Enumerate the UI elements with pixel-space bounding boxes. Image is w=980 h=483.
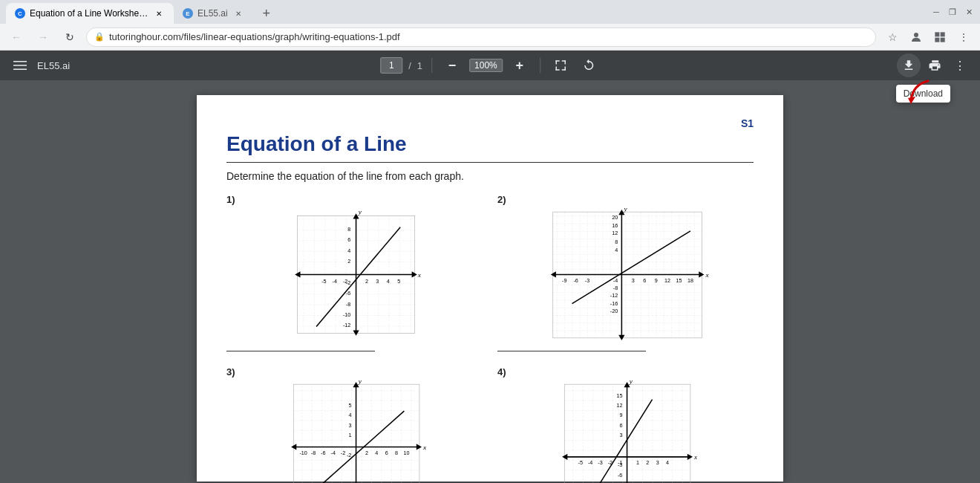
svg-text:-2: -2 <box>347 452 351 458</box>
page-s1-label: S1 <box>226 117 754 129</box>
svg-text:y: y <box>629 380 633 385</box>
svg-text:3: 3 <box>632 277 635 284</box>
graph-item-4: 4) y <box>497 366 754 483</box>
toolbar-center-controls: / 1 − 100% + <box>380 54 600 77</box>
svg-text:-8: -8 <box>311 450 316 456</box>
tab1-close-button[interactable]: ✕ <box>153 7 165 19</box>
svg-text:3: 3 <box>656 459 659 466</box>
page-number-input[interactable] <box>380 57 402 74</box>
zoom-in-button[interactable]: + <box>509 54 531 77</box>
svg-text:8: 8 <box>395 450 398 456</box>
svg-rect-1 <box>935 32 939 36</box>
maximize-button[interactable]: ❐ <box>947 7 958 17</box>
svg-text:-4: -4 <box>333 278 337 285</box>
more-options-button[interactable]: ⋮ <box>949 54 971 77</box>
download-button[interactable] <box>897 54 921 77</box>
page-total: 1 <box>417 60 422 71</box>
close-window-button[interactable]: ✕ <box>964 7 974 17</box>
svg-text:4: 4 <box>615 247 618 253</box>
svg-point-0 <box>914 33 918 37</box>
svg-text:x: x <box>417 271 422 279</box>
print-button[interactable] <box>924 54 946 77</box>
profile-button[interactable] <box>906 27 927 48</box>
svg-text:-16: -16 <box>610 300 618 307</box>
svg-text:10: 10 <box>403 450 409 456</box>
graph-svg-2: y x 20 16 12 8 4 -4 -8 -12 -16 -20 -9 -6 <box>497 208 754 342</box>
svg-text:2: 2 <box>365 450 368 456</box>
svg-text:6: 6 <box>347 236 350 243</box>
address-bar: ← → ↻ 🔒 tutoringhour.com/files/linear-eq… <box>0 24 980 51</box>
svg-text:-12: -12 <box>610 292 618 299</box>
answer-line-1 <box>226 351 375 351</box>
graph-label-1: 1) <box>226 194 483 205</box>
bookmark-button[interactable]: ☆ <box>882 27 903 48</box>
svg-marker-16 <box>908 97 915 104</box>
tab1-favicon: C <box>15 8 25 19</box>
zoom-out-button[interactable]: − <box>441 54 463 77</box>
svg-text:x: x <box>693 453 698 461</box>
svg-text:-8: -8 <box>613 285 618 291</box>
extensions-button[interactable] <box>930 27 950 48</box>
new-tab-button[interactable]: + <box>256 3 277 24</box>
reload-button[interactable]: ↻ <box>59 27 80 48</box>
svg-text:-12: -12 <box>343 322 350 328</box>
svg-text:-3: -3 <box>585 277 589 284</box>
svg-rect-9 <box>555 60 557 64</box>
svg-rect-6 <box>13 65 27 66</box>
svg-text:6: 6 <box>619 422 622 429</box>
hamburger-menu-button[interactable] <box>9 54 31 77</box>
page-title: Equation of a Line <box>226 132 754 156</box>
minimize-button[interactable]: ─ <box>931 7 941 17</box>
svg-text:-9: -9 <box>562 277 566 284</box>
svg-text:6: 6 <box>385 450 388 456</box>
fit-page-button[interactable] <box>549 54 572 77</box>
menu-button[interactable]: ⋮ <box>953 27 974 48</box>
svg-text:1: 1 <box>636 459 639 466</box>
svg-text:9: 9 <box>655 277 658 284</box>
page-subtitle: Determine the equation of the line from … <box>226 170 754 182</box>
graph-svg-3: y x 5 4 3 1 -2 -10 -8 -6 -4 -2 2 4 6 <box>226 380 483 483</box>
svg-text:x: x <box>422 444 427 451</box>
zoom-level: 100% <box>469 59 503 72</box>
svg-text:20: 20 <box>612 214 618 221</box>
svg-text:12: 12 <box>664 277 670 284</box>
tab-el55[interactable]: E EL55.ai ✕ <box>174 3 253 24</box>
svg-rect-15 <box>564 67 566 71</box>
forward-button[interactable]: → <box>33 27 53 48</box>
url-bar[interactable]: 🔒 tutoringhour.com/files/linear-equation… <box>86 27 876 47</box>
svg-text:3: 3 <box>376 278 379 285</box>
svg-text:-1: -1 <box>618 459 622 466</box>
graph-label-2: 2) <box>497 194 754 205</box>
pdf-page: S1 Equation of a Line Determine the equa… <box>197 95 783 482</box>
svg-text:4: 4 <box>387 278 390 285</box>
svg-text:4: 4 <box>375 450 378 456</box>
back-button[interactable]: ← <box>6 27 27 48</box>
title-bar: C Equation of a Line Worksheets ✕ E EL55… <box>0 0 980 24</box>
svg-text:-6: -6 <box>321 450 325 456</box>
pdf-container: S1 Equation of a Line Determine the equa… <box>0 80 980 483</box>
svg-text:y: y <box>358 208 362 215</box>
tab2-close-button[interactable]: ✕ <box>232 7 244 19</box>
svg-text:y: y <box>358 380 362 385</box>
svg-rect-11 <box>564 60 566 64</box>
svg-text:-6: -6 <box>618 472 622 479</box>
svg-rect-2 <box>941 32 945 36</box>
svg-text:1: 1 <box>348 432 351 438</box>
svg-text:-20: -20 <box>610 308 618 314</box>
svg-rect-3 <box>935 37 939 42</box>
svg-text:15: 15 <box>676 277 682 284</box>
svg-rect-7 <box>13 69 27 71</box>
rotate-button[interactable] <box>578 54 600 77</box>
svg-text:2: 2 <box>365 278 368 285</box>
svg-text:4: 4 <box>347 247 350 254</box>
tab-equation-worksheets[interactable]: C Equation of a Line Worksheets ✕ <box>6 3 174 24</box>
toolbar-right-controls: ⋮ <box>897 54 971 77</box>
graph-item-2: 2) y <box>497 194 754 351</box>
lock-icon: 🔒 <box>94 32 105 42</box>
pdf-toolbar-title: EL55.ai <box>37 60 70 71</box>
page-separator: / <box>408 60 411 71</box>
svg-rect-4 <box>941 37 945 42</box>
svg-text:8: 8 <box>347 226 350 233</box>
toolbar-divider-2 <box>540 58 540 73</box>
title-divider <box>226 162 754 163</box>
